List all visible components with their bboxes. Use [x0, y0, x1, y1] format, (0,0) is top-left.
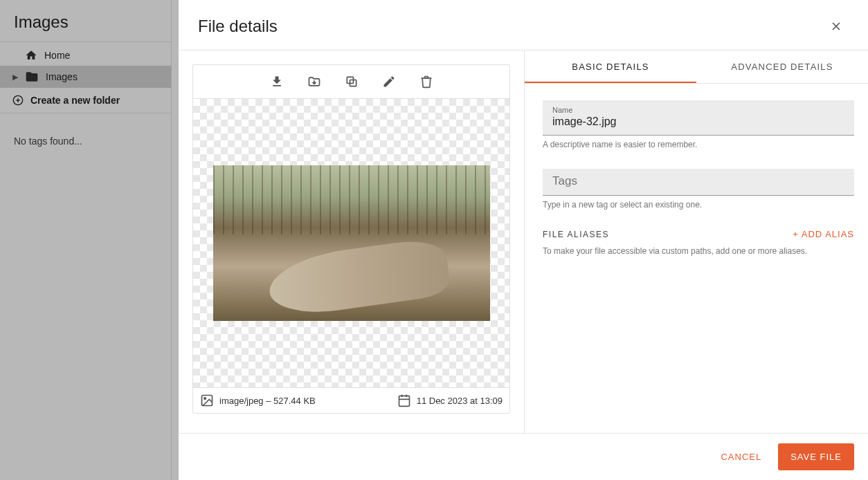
name-input[interactable] [552, 116, 844, 128]
image-thumbnail [213, 165, 490, 321]
tags-field-wrapper [543, 169, 854, 196]
name-field-wrapper: Name [543, 100, 854, 136]
calendar-icon [397, 394, 411, 407]
delete-button[interactable] [419, 75, 433, 89]
preview-canvas [193, 99, 509, 387]
modal-footer: CANCEL SAVE FILE [179, 433, 868, 480]
preview-toolbar [193, 65, 509, 99]
details-pane: BASIC DETAILS ADVANCED DETAILS Name A de… [525, 50, 868, 433]
image-icon [200, 394, 214, 407]
modal-title: File details [198, 17, 278, 36]
aliases-helper: To make your file accessible via custom … [543, 246, 854, 256]
name-label: Name [552, 106, 844, 114]
save-file-button[interactable]: SAVE FILE [778, 443, 854, 470]
tab-advanced-details[interactable]: ADVANCED DETAILS [696, 50, 868, 83]
tags-input[interactable] [552, 174, 844, 188]
svg-point-8 [204, 398, 206, 400]
svg-rect-9 [399, 396, 409, 406]
basic-details-form: Name A descriptive name is easier to rem… [525, 84, 868, 270]
close-button[interactable] [826, 17, 846, 36]
move-button[interactable] [307, 75, 321, 89]
file-date: 11 Dec 2023 at 13:09 [417, 396, 503, 406]
aliases-label: FILE ALIASES [543, 230, 609, 239]
file-details-modal: File details [179, 0, 868, 480]
file-meta: image/jpeg – 527.44 KB 11 Dec 2023 at 13… [193, 387, 509, 413]
modal-body: image/jpeg – 527.44 KB 11 Dec 2023 at 13… [179, 50, 868, 433]
name-helper: A descriptive name is easier to remember… [543, 140, 854, 149]
download-button[interactable] [270, 75, 284, 89]
tab-basic-details[interactable]: BASIC DETAILS [525, 50, 696, 83]
copy-button[interactable] [345, 75, 359, 89]
edit-button[interactable] [382, 75, 396, 89]
aliases-header: FILE ALIASES + ADD ALIAS [543, 229, 854, 239]
tags-helper: Type in a new tag or select an existing … [543, 200, 854, 210]
modal-header: File details [179, 0, 868, 50]
add-alias-button[interactable]: + ADD ALIAS [793, 229, 854, 239]
preview-card: image/jpeg – 527.44 KB 11 Dec 2023 at 13… [192, 64, 510, 414]
tabs: BASIC DETAILS ADVANCED DETAILS [525, 50, 868, 84]
preview-pane: image/jpeg – 527.44 KB 11 Dec 2023 at 13… [179, 50, 525, 433]
cancel-button[interactable]: CANCEL [715, 445, 767, 469]
file-type-size: image/jpeg – 527.44 KB [219, 396, 316, 406]
